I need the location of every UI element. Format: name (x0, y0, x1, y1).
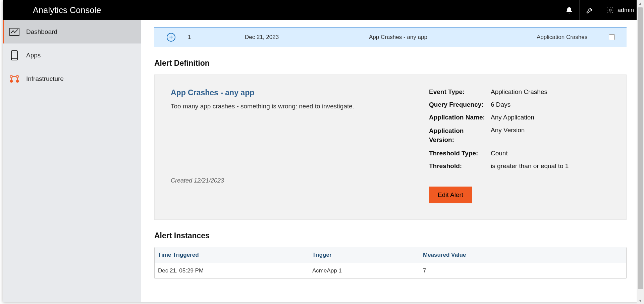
edit-alert-button[interactable]: Edit Alert (429, 187, 472, 203)
gear-icon (606, 6, 614, 14)
instance-time: Dec 21, 05:29 PM (158, 267, 312, 274)
sidebar-item-label: Infrastructure (26, 75, 64, 83)
scroll-down-arrow-icon[interactable]: ▼ (637, 297, 644, 304)
alerts-count: 1 (188, 34, 245, 41)
svg-point-5 (10, 75, 13, 78)
event-type-value: Application Crashes (491, 88, 610, 96)
alert-description: Too many app crashes - something is wron… (171, 103, 416, 110)
expand-row-button[interactable]: + (167, 33, 175, 42)
application-version-label: Application Version: (429, 126, 489, 144)
app-title: Analytics Console (33, 5, 101, 15)
sidebar-item-infrastructure[interactable]: Infrastructure (3, 67, 141, 91)
network-icon (9, 74, 19, 83)
svg-point-6 (16, 75, 19, 78)
event-type-label: Event Type: (429, 88, 489, 96)
scroll-track[interactable] (637, 7, 644, 297)
application-version-value: Any Version (491, 126, 610, 144)
alert-instances-heading: Alert Instances (154, 231, 627, 240)
alerts-name: App Crashes - any app (369, 34, 537, 41)
scroll-thumb[interactable] (638, 7, 643, 289)
svg-point-7 (10, 80, 13, 83)
sidebar-item-dashboard[interactable]: Dashboard (3, 20, 141, 44)
instance-value: 7 (423, 267, 623, 274)
sidebar-item-label: Dashboard (26, 28, 57, 36)
select-row-checkbox[interactable] (609, 34, 615, 40)
sidebar: Dashboard Apps Infrastructure (3, 20, 141, 302)
alert-definition-heading: Alert Definition (154, 59, 627, 68)
notifications-button[interactable] (559, 0, 579, 20)
bell-icon (565, 6, 573, 14)
user-label: admin (618, 7, 634, 14)
alert-definition-panel: App Crashes - any app Too many app crash… (154, 74, 627, 220)
wrench-icon (586, 6, 594, 14)
dashboard-icon (9, 28, 19, 36)
query-frequency-label: Query Frequency: (429, 101, 489, 108)
table-row[interactable]: Dec 21, 05:29 PM AcmeApp 1 7 (155, 263, 626, 278)
threshold-type-label: Threshold Type: (429, 150, 489, 157)
column-measured-value[interactable]: Measured Value (423, 252, 623, 258)
threshold-type-value: Count (491, 150, 610, 157)
threshold-label: Threshold: (429, 162, 489, 170)
alert-name: App Crashes - any app (171, 88, 416, 97)
plus-icon: + (169, 34, 173, 41)
instance-trigger: AcmeApp 1 (312, 267, 423, 274)
alerts-summary-table: + 1 Dec 21, 2023 App Crashes - any app A… (154, 27, 627, 47)
scroll-up-arrow-icon[interactable]: ▲ (637, 0, 644, 7)
sidebar-item-apps[interactable]: Apps (3, 44, 141, 67)
application-name-value: Any Application (491, 114, 610, 121)
column-time-triggered[interactable]: Time Triggered (158, 252, 312, 258)
main-content: + 1 Dec 21, 2023 App Crashes - any app A… (141, 20, 640, 302)
tools-button[interactable] (579, 0, 600, 20)
alerts-event-type: Application Crashes (537, 34, 596, 41)
threshold-value: is greater than or equal to 1 (491, 162, 610, 170)
alert-instances-table: Time Triggered Trigger Measured Value De… (154, 247, 627, 279)
sidebar-item-label: Apps (26, 52, 41, 59)
column-trigger[interactable]: Trigger (312, 252, 423, 258)
alerts-summary-row[interactable]: + 1 Dec 21, 2023 App Crashes - any app A… (154, 28, 627, 47)
table-header-row: Time Triggered Trigger Measured Value (155, 247, 626, 263)
svg-point-0 (609, 9, 611, 11)
topbar: Analytics Console admin (3, 0, 640, 20)
alert-created: Created 12/21/2023 (171, 177, 416, 184)
svg-point-8 (16, 80, 19, 83)
page-scrollbar[interactable]: ▲ ▼ (637, 0, 644, 304)
application-name-label: Application Name: (429, 114, 489, 121)
alerts-date: Dec 21, 2023 (245, 34, 369, 41)
query-frequency-value: 6 Days (491, 101, 610, 108)
mobile-icon (9, 50, 19, 60)
user-menu[interactable]: admin (600, 0, 640, 20)
